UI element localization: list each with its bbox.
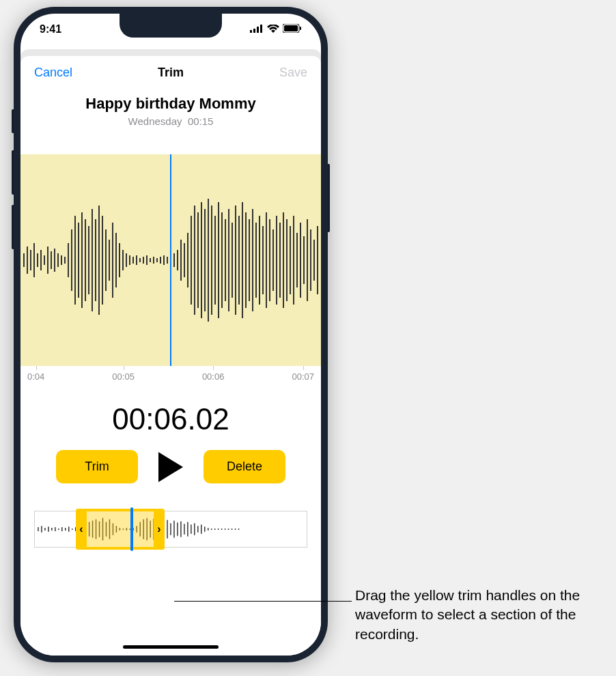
tick-label: 00:06 bbox=[202, 371, 225, 382]
nav-bar: Cancel Trim Save bbox=[20, 56, 321, 89]
recording-meta: Wednesday 00:15 bbox=[20, 115, 321, 127]
recording-day: Wednesday bbox=[128, 115, 182, 127]
signal-icon bbox=[250, 23, 264, 36]
callout-line bbox=[174, 601, 352, 602]
wifi-icon bbox=[267, 23, 279, 36]
battery-icon bbox=[283, 23, 302, 36]
playhead[interactable] bbox=[170, 154, 171, 366]
svg-rect-6 bbox=[300, 27, 301, 30]
delete-button[interactable]: Delete bbox=[204, 450, 285, 483]
tick-label: 0:04 bbox=[27, 371, 44, 382]
trim-region[interactable]: ‹ › bbox=[76, 509, 165, 550]
recording-title: Happy birthday Mommy bbox=[20, 95, 321, 113]
cancel-button[interactable]: Cancel bbox=[34, 66, 72, 80]
trim-button[interactable]: Trim bbox=[56, 450, 138, 483]
controls: Trim Delete bbox=[20, 450, 321, 483]
svg-rect-3 bbox=[260, 25, 262, 33]
phone-frame: 9:41 Cancel Trim Save Happy birth bbox=[14, 7, 328, 662]
trim-handle-right[interactable]: › bbox=[154, 509, 165, 550]
save-button[interactable]: Save bbox=[279, 66, 307, 80]
recording-duration: 00:15 bbox=[188, 115, 214, 127]
mini-playhead[interactable] bbox=[130, 507, 133, 551]
svg-rect-1 bbox=[253, 29, 255, 33]
play-button[interactable] bbox=[158, 452, 183, 482]
phone-screen: 9:41 Cancel Trim Save Happy birth bbox=[20, 14, 321, 656]
time-ticks: 0:04 00:05 00:06 00:07 bbox=[20, 366, 321, 382]
trim-handle-left[interactable]: ‹ bbox=[76, 509, 87, 550]
mini-waveform-container[interactable]: ‹ › bbox=[34, 511, 307, 548]
tick-label: 00:05 bbox=[112, 371, 135, 382]
waveform-main[interactable] bbox=[20, 154, 321, 366]
chevron-right-icon: › bbox=[157, 523, 160, 535]
current-time: 00:06.02 bbox=[20, 402, 321, 436]
tick-label: 00:07 bbox=[292, 371, 314, 382]
notch bbox=[120, 14, 222, 38]
home-indicator[interactable] bbox=[123, 645, 219, 649]
chevron-left-icon: ‹ bbox=[79, 523, 83, 535]
callout-text: Drag the yellow trim handles on the wave… bbox=[355, 586, 601, 644]
nav-title: Trim bbox=[158, 66, 184, 80]
svg-rect-2 bbox=[257, 27, 259, 33]
svg-rect-5 bbox=[284, 25, 298, 31]
trim-modal: Cancel Trim Save Happy birthday Mommy We… bbox=[20, 56, 321, 656]
svg-rect-0 bbox=[250, 30, 252, 33]
